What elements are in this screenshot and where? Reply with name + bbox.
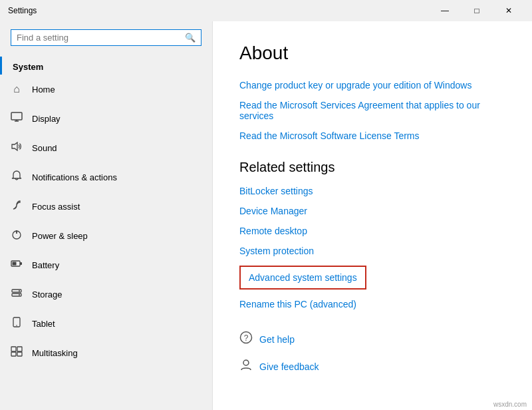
- svg-point-14: [16, 325, 17, 326]
- sidebar-item-focus-label: Focus assist: [32, 202, 80, 212]
- sidebar-item-display[interactable]: Display: [0, 104, 212, 133]
- give-feedback-icon: [239, 358, 253, 375]
- sidebar-item-sound[interactable]: Sound: [0, 133, 212, 162]
- sound-icon: [11, 141, 23, 154]
- sidebar-item-focus[interactable]: Focus assist: [0, 192, 212, 221]
- link-product-key[interactable]: Change product key or upgrade your editi…: [239, 80, 505, 91]
- svg-rect-17: [11, 352, 16, 356]
- sidebar-item-home[interactable]: ⌂ Home: [0, 75, 212, 104]
- tablet-icon: [11, 317, 23, 330]
- sidebar-item-power[interactable]: Power & sleep: [0, 221, 212, 250]
- sidebar-item-power-label: Power & sleep: [32, 231, 88, 241]
- sidebar-section-title: System: [0, 57, 212, 75]
- title-bar: Settings — □ ✕: [0, 0, 532, 21]
- search-input[interactable]: [17, 33, 185, 43]
- svg-point-11: [19, 290, 20, 292]
- give-feedback-label: Give feedback: [259, 361, 319, 372]
- display-icon: [11, 112, 23, 125]
- sidebar-item-sound-label: Sound: [32, 143, 57, 153]
- link-remote-desktop[interactable]: Remote desktop: [239, 226, 505, 236]
- minimize-button[interactable]: —: [430, 0, 460, 21]
- search-box[interactable]: 🔍: [11, 29, 201, 46]
- app-title: Settings: [8, 6, 37, 15]
- svg-point-12: [19, 294, 20, 296]
- link-advanced-system-settings[interactable]: Advanced system settings: [239, 266, 366, 290]
- sidebar-item-tablet-label: Tablet: [32, 319, 55, 329]
- power-icon: [11, 229, 23, 242]
- main-content: About Change product key or upgrade your…: [213, 21, 532, 410]
- sidebar-item-multitasking-label: Multitasking: [32, 348, 78, 358]
- close-button[interactable]: ✕: [493, 0, 524, 21]
- bottom-links: ? Get help Give feedback: [239, 331, 505, 375]
- link-device-manager[interactable]: Device Manager: [239, 206, 505, 216]
- link-system-protection[interactable]: System protection: [239, 246, 505, 256]
- sidebar: 🔍 System ⌂ Home Display: [0, 21, 213, 410]
- give-feedback-link[interactable]: Give feedback: [239, 358, 505, 375]
- svg-marker-3: [12, 142, 17, 150]
- get-help-label: Get help: [259, 334, 295, 345]
- sidebar-item-battery[interactable]: Battery: [0, 250, 212, 280]
- svg-point-21: [243, 360, 249, 365]
- sidebar-item-notifications[interactable]: Notifications & actions: [0, 162, 212, 192]
- get-help-link[interactable]: ? Get help: [239, 331, 505, 347]
- link-bitlocker[interactable]: BitLocker settings: [239, 186, 505, 196]
- home-icon: ⌂: [11, 83, 23, 95]
- sidebar-header: 🔍: [0, 21, 212, 57]
- sidebar-item-multitasking[interactable]: Multitasking: [0, 338, 212, 367]
- sidebar-item-home-label: Home: [32, 85, 55, 95]
- svg-rect-8: [13, 262, 17, 266]
- sidebar-item-notifications-label: Notifications & actions: [32, 172, 117, 182]
- sidebar-item-display-label: Display: [32, 114, 61, 124]
- sidebar-item-tablet[interactable]: Tablet: [0, 309, 212, 338]
- get-help-icon: ?: [239, 331, 253, 347]
- focus-icon: [11, 200, 23, 213]
- svg-rect-7: [20, 262, 22, 265]
- notifications-icon: [11, 170, 23, 184]
- battery-icon: [11, 258, 23, 272]
- related-settings-title: Related settings: [239, 160, 505, 175]
- svg-rect-15: [11, 347, 16, 351]
- sidebar-item-storage[interactable]: Storage: [0, 280, 212, 309]
- link-services-agreement[interactable]: Read the Microsoft Services Agreement th…: [239, 100, 505, 121]
- svg-text:?: ?: [244, 333, 249, 343]
- link-license-terms[interactable]: Read the Microsoft Software License Term…: [239, 130, 505, 141]
- sidebar-item-storage-label: Storage: [32, 290, 63, 300]
- storage-icon: [11, 288, 23, 301]
- multitasking-icon: [11, 346, 23, 359]
- watermark: wsxdn.com: [491, 400, 529, 409]
- sidebar-item-battery-label: Battery: [32, 260, 59, 270]
- app-body: 🔍 System ⌂ Home Display: [0, 21, 532, 410]
- svg-rect-18: [17, 352, 22, 356]
- link-rename-pc[interactable]: Rename this PC (advanced): [239, 299, 505, 309]
- svg-rect-16: [17, 347, 22, 351]
- page-title: About: [239, 43, 505, 64]
- svg-rect-0: [11, 112, 22, 120]
- maximize-button[interactable]: □: [462, 0, 492, 21]
- window-controls: — □ ✕: [430, 0, 524, 21]
- search-icon: 🔍: [185, 33, 196, 43]
